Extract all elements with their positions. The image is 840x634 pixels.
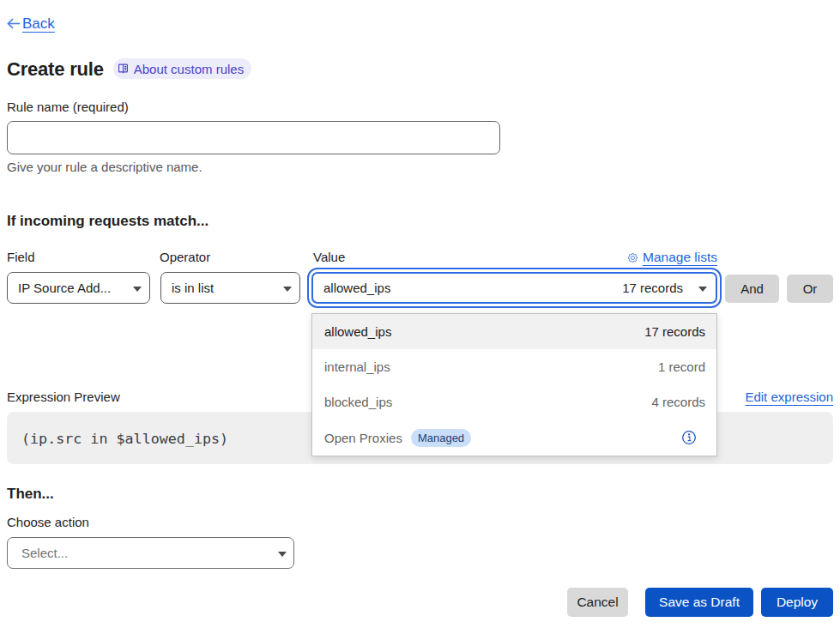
edit-expression-link[interactable]: Edit expression (745, 389, 833, 404)
expression-code: (ip.src in $allowed_ips) (21, 430, 228, 447)
save-as-draft-button[interactable]: Save as Draft (645, 588, 753, 617)
value-combobox-meta: 17 records (622, 281, 683, 295)
rule-name-label: Rule name (required) (7, 100, 129, 114)
field-label: Field (7, 250, 35, 264)
chevron-down-icon (698, 287, 707, 292)
list-item-name: internal_ips (324, 359, 390, 374)
chevron-down-icon (283, 287, 292, 292)
list-item-name: Open Proxies (324, 431, 402, 445)
chevron-down-icon (278, 552, 287, 557)
back-link[interactable]: Back (7, 15, 55, 33)
list-item-meta: 17 records (644, 324, 705, 339)
dropdown-item-blocked-ips[interactable]: blocked_ips 4 records (312, 384, 716, 420)
list-item-meta: 1 record (658, 359, 705, 374)
dropdown-item-open-proxies[interactable]: Open Proxies Managed (312, 420, 716, 456)
rule-name-helper: Give your rule a descriptive name. (7, 160, 202, 174)
choose-action-label: Choose action (7, 515, 89, 529)
list-item-name: blocked_ips (324, 395, 392, 409)
value-combobox[interactable]: allowed_ips 17 records (311, 272, 717, 304)
managed-badge: Managed (411, 429, 471, 447)
action-select-placeholder: Select... (21, 546, 278, 560)
manage-lists-label: Manage lists (643, 250, 717, 265)
field-select-value: IP Source Add... (18, 281, 133, 295)
operator-select-value: is in list (172, 281, 283, 295)
value-label: Value (313, 250, 345, 264)
action-select[interactable]: Select... (7, 537, 294, 569)
deploy-button[interactable]: Deploy (761, 588, 833, 617)
chevron-down-icon (133, 287, 142, 292)
or-button[interactable]: Or (787, 275, 833, 303)
info-icon[interactable] (682, 431, 696, 444)
back-link-label: Back (22, 15, 55, 33)
page-title: Create rule (7, 58, 104, 81)
value-dropdown-list: allowed_ips 17 records internal_ips 1 re… (311, 313, 717, 456)
list-item-meta: 4 records (651, 395, 705, 409)
about-custom-rules-badge[interactable]: About custom rules (113, 58, 251, 79)
cancel-button[interactable]: Cancel (567, 588, 628, 617)
rule-name-input[interactable] (7, 121, 500, 154)
gear-icon (628, 253, 638, 263)
then-section-heading: Then... (7, 486, 54, 503)
title-row: Create rule About custom rules (7, 58, 251, 81)
book-icon (118, 63, 128, 74)
operator-label: Operator (160, 250, 210, 264)
value-combobox-value: allowed_ips (323, 281, 622, 295)
match-section-heading: If incoming requests match... (7, 213, 208, 230)
manage-lists-link[interactable]: Manage lists (628, 250, 717, 265)
left-arrow-icon (7, 18, 21, 29)
dropdown-item-internal-ips[interactable]: internal_ips 1 record (312, 349, 716, 384)
expression-preview-label: Expression Preview (7, 389, 120, 404)
field-select[interactable]: IP Source Add... (7, 272, 150, 304)
edit-expression-label: Edit expression (745, 389, 833, 404)
list-item-name: allowed_ips (324, 324, 391, 339)
about-badge-label: About custom rules (134, 62, 244, 76)
dropdown-item-allowed-ips[interactable]: allowed_ips 17 records (312, 314, 716, 349)
operator-select[interactable]: is in list (160, 272, 300, 304)
and-button[interactable]: And (725, 275, 779, 303)
create-rule-page: Back Create rule About custom rules Rule… (0, 0, 840, 634)
